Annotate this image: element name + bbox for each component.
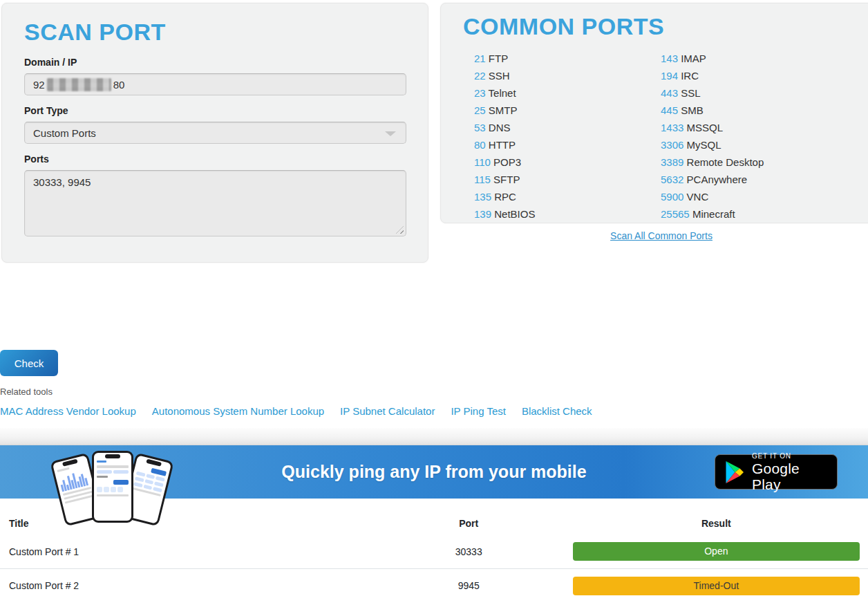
common-ports-title: COMMON PORTS (463, 13, 860, 40)
link-mac-address-vendor-lookup[interactable]: MAC Address Vendor Lookup (0, 405, 136, 417)
ports-textarea[interactable]: 30333, 9945 (24, 170, 406, 236)
scan-port-title: SCAN PORT (24, 19, 406, 46)
domain-ip-input[interactable]: 9280 (24, 73, 406, 95)
ports-value: 30333, 9945 (33, 176, 91, 188)
port-number-link[interactable]: 5632 (661, 174, 683, 185)
header-port: Port (399, 518, 538, 529)
port-service-name: RPC (494, 191, 516, 203)
link-blacklist-check[interactable]: Blacklist Check (522, 405, 592, 417)
phone-center-mockup (92, 451, 133, 523)
common-port-item: 194 IRC (661, 67, 847, 84)
port-number-link[interactable]: 25565 (661, 208, 690, 220)
port-number-link[interactable]: 445 (661, 104, 678, 116)
port-service-name: SSL (681, 87, 700, 99)
redacted-ip-blur (47, 78, 111, 91)
common-port-item: 3306 MySQL (661, 136, 847, 153)
domain-ip-label: Domain / IP (24, 57, 406, 68)
port-number-link[interactable]: 194 (661, 70, 678, 82)
port-number-link[interactable]: 135 (474, 191, 491, 203)
port-service-name: VNC (687, 191, 709, 203)
section-divider (0, 428, 868, 445)
port-number-link[interactable]: 53 (474, 122, 486, 133)
header-result: Result (538, 518, 868, 529)
check-button[interactable]: Check (0, 350, 58, 376)
port-service-name: IRC (681, 70, 699, 82)
port-service-name: SMB (681, 104, 704, 116)
common-port-item: 445 SMB (661, 102, 847, 119)
port-number-link[interactable]: 110 (474, 156, 491, 168)
port-number-link[interactable]: 3389 (661, 156, 683, 168)
link-ip-ping-test[interactable]: IP Ping Test (451, 405, 506, 417)
port-service-name: PCAnywhere (687, 174, 748, 185)
port-number-link[interactable]: 22 (474, 70, 486, 82)
port-number-link[interactable]: 5900 (661, 191, 683, 203)
domain-ip-value-suffix: 80 (113, 79, 125, 91)
top-section: SCAN PORT Domain / IP 9280 Port Type Cus… (1, 3, 868, 263)
common-port-item: 443 SSL (661, 84, 847, 102)
ports-label: Ports (24, 153, 406, 165)
common-ports-column-2: 143 IMAP 194 IRC 443 SSL 445 SMB 1433 MS… (661, 50, 847, 223)
mobile-app-banner: Quickly ping any IP from your mobile GET… (0, 445, 868, 499)
port-service-name: SMTP (489, 104, 518, 116)
port-number-link[interactable]: 80 (474, 139, 486, 151)
common-port-item: 25565 Minecraft (661, 205, 847, 223)
port-number-link[interactable]: 1433 (661, 122, 683, 133)
port-service-name: HTTP (489, 139, 516, 151)
common-ports-panel: COMMON PORTS 21 FTP 22 SSH 23 Telnet 25 … (440, 3, 868, 223)
result-port: 30333 (399, 546, 538, 557)
related-tools-links: MAC Address Vendor Lookup Autonomous Sys… (0, 405, 868, 417)
port-number-link[interactable]: 25 (474, 104, 486, 116)
scan-port-panel: SCAN PORT Domain / IP 9280 Port Type Cus… (1, 3, 428, 263)
port-number-link[interactable]: 139 (474, 208, 491, 220)
common-port-item: 110 POP3 (474, 153, 661, 171)
port-service-name: Telnet (489, 87, 516, 99)
port-type-label: Port Type (24, 105, 406, 116)
common-port-item: 80 HTTP (474, 136, 661, 153)
result-port: 9945 (399, 580, 538, 591)
common-ports-grid: 21 FTP 22 SSH 23 Telnet 25 SMTP 53 DNS 8… (463, 50, 860, 223)
header-title: Title (0, 518, 399, 529)
common-port-item: 53 DNS (474, 119, 661, 136)
port-service-name: NetBIOS (494, 208, 535, 220)
resize-grip-icon[interactable] (396, 226, 404, 234)
related-tools-label: Related tools (0, 387, 868, 397)
google-play-label: Google Play (752, 460, 827, 492)
port-service-name: IMAP (681, 53, 706, 64)
link-asn-lookup[interactable]: Autonomous System Number Lookup (152, 405, 324, 417)
common-port-item: 25 SMTP (474, 102, 661, 119)
google-play-text: GET IT ON Google Play (752, 452, 827, 492)
scan-all-common-ports-link[interactable]: Scan All Common Ports (610, 230, 713, 241)
port-number-link[interactable]: 3306 (661, 139, 683, 151)
port-service-name: SFTP (493, 174, 520, 185)
get-it-on-label: GET IT ON (752, 452, 827, 460)
port-service-name: MSSQL (687, 122, 724, 133)
port-service-name: SSH (489, 70, 510, 82)
status-badge-open: Open (573, 542, 860, 561)
scan-results-table: Title Port Result Custom Port # 1 30333 … (0, 512, 868, 602)
common-port-item: 5900 VNC (661, 188, 847, 205)
port-service-name: Minecraft (692, 208, 735, 220)
result-title: Custom Port # 2 (0, 580, 399, 591)
result-title: Custom Port # 1 (0, 546, 399, 557)
port-number-link[interactable]: 23 (474, 87, 486, 99)
common-port-item: 22 SSH (474, 67, 661, 84)
port-number-link[interactable]: 21 (474, 53, 486, 64)
status-badge-timed-out: Timed-Out (573, 577, 860, 595)
google-play-icon (725, 461, 744, 483)
table-row: Custom Port # 2 9945 Timed-Out (0, 568, 868, 602)
table-row: Custom Port # 1 30333 Open (0, 534, 868, 568)
port-number-link[interactable]: 443 (661, 87, 678, 99)
common-port-item: 143 IMAP (661, 50, 847, 67)
phone-mockups-image (57, 449, 168, 505)
port-service-name: DNS (489, 122, 511, 133)
port-service-name: POP3 (493, 156, 521, 168)
common-ports-section: COMMON PORTS 21 FTP 22 SSH 23 Telnet 25 … (440, 3, 868, 263)
port-number-link[interactable]: 143 (661, 53, 678, 64)
link-ip-subnet-calculator[interactable]: IP Subnet Calculator (340, 405, 435, 417)
google-play-badge[interactable]: GET IT ON Google Play (715, 454, 838, 490)
port-type-select[interactable]: Custom Ports (24, 122, 406, 144)
port-service-name: Remote Desktop (687, 156, 764, 168)
common-port-item: 1433 MSSQL (661, 119, 847, 136)
common-port-item: 3389 Remote Desktop (661, 153, 847, 171)
port-number-link[interactable]: 115 (474, 174, 491, 185)
